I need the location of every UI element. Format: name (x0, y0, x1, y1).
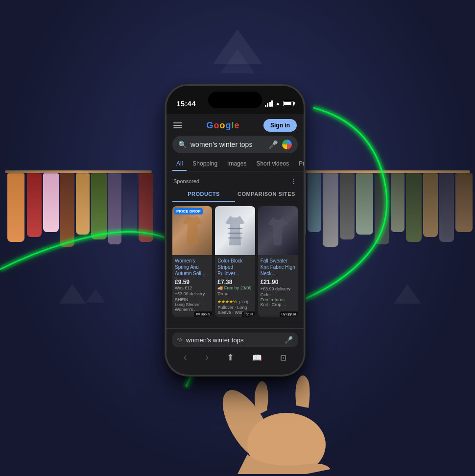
garment-r3 (308, 173, 321, 232)
product-store-1: +£3.00 delivery (175, 291, 210, 296)
safari-bottom-bar: ᴬA women's winter tops 🎤 ‹ › ⬆ 📖 ⊡ (166, 328, 304, 375)
tab-images[interactable]: Images (223, 157, 250, 171)
product-info-2: Color Block Striped Pullover... £7.38 🚚 … (215, 255, 255, 317)
garment-r4 (323, 173, 338, 247)
sponsored-label: Sponsored (173, 178, 199, 184)
signal-icon (265, 100, 273, 107)
status-icons: ▲ (265, 100, 294, 107)
safari-mic-icon[interactable]: 🎤 (285, 336, 293, 344)
phone-screen: 15:44 ▲ (166, 86, 304, 375)
rack-bar-left (5, 170, 152, 173)
phone: 15:44 ▲ (166, 86, 309, 389)
font-size-label: ᴬA (177, 337, 182, 342)
rating-count-2: (339) (239, 300, 248, 304)
search-tabs: All Shopping Images Short videos Product… (166, 157, 304, 171)
garment-r8 (391, 173, 404, 232)
stars-icon: ★★★★½ (217, 299, 237, 304)
clothing-silhouette-3 (265, 214, 290, 248)
garment-2 (27, 173, 42, 237)
product-rating-2: ★★★★½ (339) (217, 296, 252, 305)
garment-4 (60, 173, 74, 247)
more-options-icon[interactable]: ⋮ (290, 177, 297, 185)
safari-search-text[interactable]: women's winter tops (186, 336, 281, 344)
clothing-silhouette-1 (180, 214, 205, 248)
sponsored-row: Sponsored ⋮ (166, 175, 304, 187)
product-title-2: Color Block Striped Pullover... (217, 258, 252, 277)
garment-7 (108, 173, 121, 244)
share-icon[interactable]: ⬆ (227, 352, 234, 363)
battery-icon (283, 101, 294, 106)
product-image-2 (215, 206, 255, 255)
tab-all[interactable]: All (172, 157, 187, 171)
dynamic-island (208, 92, 262, 108)
product-price-2: £7.38 (217, 279, 252, 286)
forward-icon[interactable]: › (205, 351, 209, 364)
product-was-price-1: Was £12 (175, 286, 210, 290)
safari-search-bar[interactable]: ᴬA women's winter tops 🎤 (172, 333, 298, 347)
garment-r10 (423, 173, 438, 237)
back-icon[interactable]: ‹ (184, 351, 187, 364)
product-details-3: Knit · Crop ... (261, 302, 295, 307)
product-info-1: Women's Spring And Autumn Soli... £9.59 … (172, 255, 212, 314)
garment-r6 (356, 173, 373, 235)
search-bar[interactable]: 🔍 women's winter tops 🎤 (172, 136, 298, 153)
product-retailer-3: Cider (261, 292, 295, 297)
product-image-3 (258, 206, 298, 255)
product-image-wrapper-2 (215, 206, 255, 255)
search-query-text: women's winter tops (190, 141, 264, 148)
tab-shopping[interactable]: Shopping (189, 157, 221, 171)
product-retailer-1: SHEIN (175, 297, 210, 302)
product-details-1: Long Sleeve · Women's ... (175, 302, 210, 312)
product-image-wrapper-3 (258, 206, 298, 255)
phone-body: 15:44 ▲ (166, 86, 304, 375)
google-logo: G o o g l e (206, 120, 239, 131)
garment-6 (91, 173, 107, 239)
status-time: 15:44 (176, 99, 196, 108)
svg-point-3 (274, 215, 282, 220)
product-title-3: Fall Sweater Knit Fabric High Neck... (261, 258, 295, 277)
google-header: G o o g l e Sign in (166, 114, 304, 136)
tab-short-videos[interactable]: Short videos (252, 157, 293, 171)
tab-products-label[interactable]: PRODUCTS (172, 187, 235, 202)
tabs-icon[interactable]: ⊡ (280, 353, 286, 362)
product-image-wrapper-1: PRICE DROP (172, 206, 212, 255)
garment-r12 (455, 173, 473, 232)
hamburger-menu-icon[interactable] (173, 122, 182, 128)
product-card-3[interactable]: Fall Sweater Knit Fabric High Neck... £2… (258, 206, 298, 317)
sign-in-button[interactable]: Sign in (263, 119, 297, 132)
garment-5 (76, 173, 90, 235)
product-card-1[interactable]: PRICE DROP Women's Spring And Autumn Sol… (172, 206, 212, 317)
google-content: G o o g l e Sign in 🔍 women's winter top… (166, 114, 304, 328)
garment-r9 (406, 173, 422, 242)
fade-overlay (166, 313, 304, 328)
product-price-3: £21.90 (261, 279, 295, 286)
product-returns-3: Free returns (261, 297, 295, 302)
garment-r5 (340, 173, 355, 239)
voice-search-icon[interactable]: 🎤 (268, 140, 278, 149)
product-info-3: Fall Sweater Knit Fabric High Neck... £2… (258, 255, 298, 309)
product-delivery-3: +£3.99 delivery (261, 286, 295, 291)
product-retailer-2: Temu (217, 291, 252, 296)
bookmarks-icon[interactable]: 📖 (252, 353, 262, 362)
product-type-tabs: PRODUCTS COMPARISON SITES (172, 187, 298, 202)
tab-products[interactable]: Products (295, 157, 304, 171)
garment-9 (139, 173, 153, 242)
clothing-silhouette-2 (223, 214, 247, 248)
safari-nav-bar: ‹ › ⬆ 📖 ⊡ (166, 349, 304, 370)
garment-r7 (375, 173, 389, 244)
price-drop-badge: PRICE DROP (174, 208, 203, 214)
garment-r11 (439, 173, 454, 242)
product-card-2[interactable]: Color Block Striped Pullover... £7.38 🚚 … (215, 206, 255, 317)
garment-8 (122, 173, 137, 232)
tab-comparison-sites[interactable]: COMPARISON SITES (235, 187, 298, 202)
garment-1 (7, 173, 24, 242)
search-icon: 🔍 (178, 141, 187, 148)
google-lens-icon[interactable] (282, 140, 292, 149)
product-delivery-2: 🚚 Free by 23/09 (217, 286, 252, 290)
garment-3 (43, 173, 59, 232)
product-title-1: Women's Spring And Autumn Soli... (175, 258, 210, 277)
product-price-1: £9.59 (175, 279, 210, 286)
products-row: PRICE DROP Women's Spring And Autumn Sol… (166, 206, 304, 317)
clothes-rack-left (0, 167, 157, 333)
wifi-icon: ▲ (275, 100, 281, 106)
